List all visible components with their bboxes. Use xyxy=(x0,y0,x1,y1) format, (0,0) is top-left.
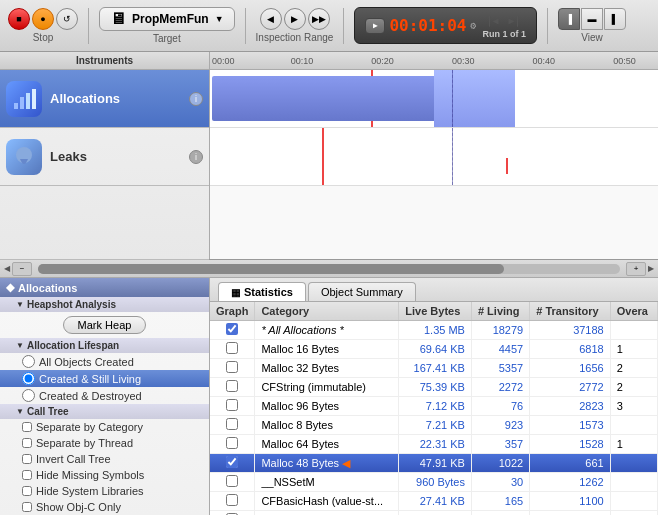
category-cell: CFBasicHash (value-st... xyxy=(255,492,399,511)
separate-thread-item[interactable]: Separate by Thread xyxy=(0,435,209,451)
scroll-left-icon[interactable]: ◀ xyxy=(4,264,10,273)
instruments-sidebar: Allocations i Leaks i xyxy=(0,70,210,259)
timer-play-button[interactable]: ▶ xyxy=(365,18,385,34)
statistics-tab[interactable]: ▦ Statistics xyxy=(218,282,306,301)
zoom-out-icon: − xyxy=(20,264,25,273)
view-left-button[interactable]: ▐ xyxy=(558,8,580,30)
next-range-button[interactable]: ▶▶ xyxy=(308,8,330,30)
overall-cell: 3 xyxy=(610,397,657,416)
allocations-instrument[interactable]: Allocations i xyxy=(0,70,209,128)
col-category: Category xyxy=(255,302,399,321)
allocations-title-text: Allocations xyxy=(18,282,77,294)
overall-cell xyxy=(610,321,657,340)
row-checkbox[interactable] xyxy=(226,323,238,335)
call-tree-section[interactable]: ▼ Call Tree xyxy=(0,404,209,419)
view-mid-button[interactable]: ▬ xyxy=(581,8,603,30)
table-row[interactable]: __NSSetM960 Bytes301262 xyxy=(210,473,658,492)
play-button[interactable]: ▶ xyxy=(284,8,306,30)
hide-missing-item[interactable]: Hide Missing Symbols xyxy=(0,467,209,483)
table-row[interactable]: Malloc 96 Bytes7.12 KB7628233 xyxy=(210,397,658,416)
hide-system-checkbox[interactable] xyxy=(22,486,32,496)
category-cell: Malloc 8 Bytes xyxy=(255,416,399,435)
row-checkbox[interactable] xyxy=(226,380,238,392)
living-cell: 30 xyxy=(471,473,529,492)
empty-track xyxy=(210,186,658,259)
row-checkbox[interactable] xyxy=(226,475,238,487)
transitory-cell: 1100 xyxy=(530,492,611,511)
invert-call-tree-item[interactable]: Invert Call Tree xyxy=(0,451,209,467)
separate-category-checkbox[interactable] xyxy=(22,422,32,432)
hide-system-item[interactable]: Hide System Libraries xyxy=(0,483,209,499)
table-body: * All Allocations *1.35 MB1827937188Mall… xyxy=(210,321,658,516)
hide-missing-checkbox[interactable] xyxy=(22,470,32,480)
row-checkbox[interactable] xyxy=(226,342,238,354)
allocations-track[interactable] xyxy=(210,70,658,128)
invert-call-tree-checkbox[interactable] xyxy=(22,454,32,464)
overall-cell xyxy=(610,473,657,492)
row-checkbox[interactable] xyxy=(226,361,238,373)
record-button[interactable]: ● xyxy=(32,8,54,30)
scroll-right-icon[interactable]: ▶ xyxy=(648,264,654,273)
living-cell: 76 xyxy=(471,397,529,416)
svg-rect-0 xyxy=(14,103,18,109)
all-objects-label: All Objects Created xyxy=(39,356,134,368)
separate-category-item[interactable]: Separate by Category xyxy=(0,419,209,435)
leaks-info-button[interactable]: i xyxy=(189,150,203,164)
created-destroyed-item[interactable]: Created & Destroyed xyxy=(0,387,209,404)
tick-1: 00:10 xyxy=(291,56,314,66)
live-bytes-cell: 47.91 KB xyxy=(399,454,472,473)
overall-cell: 2 xyxy=(610,378,657,397)
allocations-info-button[interactable]: i xyxy=(189,92,203,106)
prev-range-button[interactable]: ◀ xyxy=(260,8,282,30)
row-checkbox[interactable] xyxy=(226,399,238,411)
scrollbar-thumb[interactable] xyxy=(38,264,504,274)
table-row[interactable]: CFString (immutable)75.39 KB227227722 xyxy=(210,378,658,397)
transport-buttons: ■ ● ↺ xyxy=(8,8,78,30)
refresh-button[interactable]: ↺ xyxy=(56,8,78,30)
allocations-title-icon: ◆ xyxy=(6,281,14,294)
all-objects-item[interactable]: All Objects Created xyxy=(0,353,209,370)
scrollbar-track[interactable] xyxy=(38,264,620,274)
zoom-out-button[interactable]: − xyxy=(12,262,32,276)
leaks-track[interactable] xyxy=(210,128,658,186)
created-destroyed-radio[interactable] xyxy=(22,389,35,402)
table-row[interactable]: Malloc 32 Bytes167.41 KB535716562 xyxy=(210,359,658,378)
row-checkbox[interactable] xyxy=(226,418,238,430)
table-row[interactable]: * All Allocations *1.35 MB1827937188 xyxy=(210,321,658,340)
row-checkbox[interactable] xyxy=(226,494,238,506)
target-selector[interactable]: 🖥 PropMemFun ▼ xyxy=(99,7,235,31)
separate-thread-checkbox[interactable] xyxy=(22,438,32,448)
show-objc-checkbox[interactable] xyxy=(22,502,32,512)
row-checkbox[interactable] xyxy=(226,437,238,449)
table-row[interactable]: CFBasicHash (value-st...27.41 KB1651100 xyxy=(210,492,658,511)
category-cell: Malloc 64 Bytes xyxy=(255,435,399,454)
table-row[interactable]: Malloc 48 Bytes ◀47.91 KB1022661 xyxy=(210,454,658,473)
mark-heap-button[interactable]: Mark Heap xyxy=(63,316,147,334)
allocation-lifespan-section[interactable]: ▼ Allocation Lifespan xyxy=(0,338,209,353)
stop-button[interactable]: ■ xyxy=(8,8,30,30)
still-living-radio[interactable] xyxy=(22,372,35,385)
table-row[interactable]: Malloc 8 Bytes7.21 KB9231573 xyxy=(210,416,658,435)
table-row[interactable]: Malloc 16 Bytes69.64 KB445768181 xyxy=(210,340,658,359)
transitory-cell: 661 xyxy=(530,454,611,473)
category-cell: Malloc 48 Bytes ◀ xyxy=(255,454,399,473)
heapshot-section[interactable]: ▼ Heapshot Analysis xyxy=(0,297,209,312)
prev-run-button[interactable]: |◀ xyxy=(483,12,503,28)
call-tree-disclosure-icon: ▼ xyxy=(16,407,24,416)
tick-3: 00:30 xyxy=(452,56,475,66)
table-row[interactable]: Malloc 64 Bytes22.31 KB35715281 xyxy=(210,435,658,454)
col-graph: Graph xyxy=(210,302,255,321)
show-objc-item[interactable]: Show Obj-C Only xyxy=(0,499,209,515)
view-right-button[interactable]: ▌ xyxy=(604,8,626,30)
timer-settings-icon[interactable]: ⚙ xyxy=(471,20,477,31)
tick-2: 00:20 xyxy=(371,56,394,66)
right-panel: ▦ Statistics Object Summary Graph Catego… xyxy=(210,278,658,515)
all-objects-radio[interactable] xyxy=(22,355,35,368)
leaks-instrument[interactable]: Leaks i xyxy=(0,128,209,186)
still-living-item[interactable]: Created & Still Living xyxy=(0,370,209,387)
next-run-button[interactable]: ▶| xyxy=(505,12,525,28)
table-row[interactable]: CFString (store)67.44 KB441810 xyxy=(210,511,658,516)
object-summary-tab[interactable]: Object Summary xyxy=(308,282,416,301)
zoom-in-button[interactable]: + xyxy=(626,262,646,276)
row-checkbox[interactable] xyxy=(226,456,238,468)
